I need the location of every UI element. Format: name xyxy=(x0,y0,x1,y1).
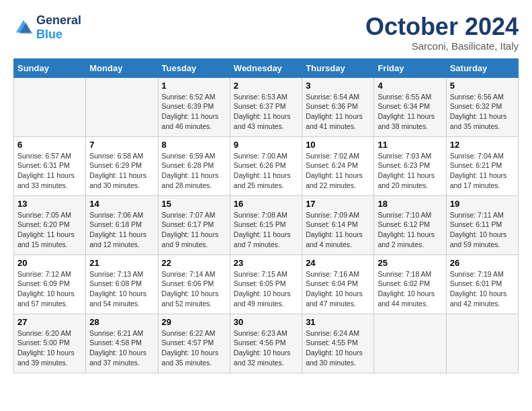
calendar-cell: 31Sunrise: 6:24 AM Sunset: 4:55 PM Dayli… xyxy=(302,314,374,373)
day-info: Sunrise: 7:10 AM Sunset: 6:12 PM Dayligh… xyxy=(378,210,442,250)
day-info: Sunrise: 6:56 AM Sunset: 6:32 PM Dayligh… xyxy=(450,92,515,132)
calendar-cell: 5Sunrise: 6:56 AM Sunset: 6:32 PM Daylig… xyxy=(446,77,518,136)
day-info: Sunrise: 6:23 AM Sunset: 4:56 PM Dayligh… xyxy=(234,328,298,368)
day-header-friday: Friday xyxy=(374,58,446,77)
day-number: 24 xyxy=(306,258,370,268)
day-info: Sunrise: 6:20 AM Sunset: 5:00 PM Dayligh… xyxy=(17,328,82,368)
day-number: 10 xyxy=(306,140,370,150)
calendar-cell: 13Sunrise: 7:05 AM Sunset: 6:20 PM Dayli… xyxy=(14,195,86,255)
day-header-wednesday: Wednesday xyxy=(230,58,302,77)
day-info: Sunrise: 7:07 AM Sunset: 6:17 PM Dayligh… xyxy=(162,210,226,250)
calendar-cell: 10Sunrise: 7:02 AM Sunset: 6:24 PM Dayli… xyxy=(302,136,374,195)
day-number: 20 xyxy=(17,258,82,268)
day-number: 17 xyxy=(306,199,370,209)
day-info: Sunrise: 6:57 AM Sunset: 6:31 PM Dayligh… xyxy=(17,151,82,191)
day-info: Sunrise: 7:03 AM Sunset: 6:23 PM Dayligh… xyxy=(378,151,442,191)
day-info: Sunrise: 6:59 AM Sunset: 6:28 PM Dayligh… xyxy=(162,151,226,191)
day-info: Sunrise: 6:54 AM Sunset: 6:36 PM Dayligh… xyxy=(306,92,370,132)
day-number: 4 xyxy=(378,81,442,91)
calendar-cell: 11Sunrise: 7:03 AM Sunset: 6:23 PM Dayli… xyxy=(374,136,446,195)
day-info: Sunrise: 6:53 AM Sunset: 6:37 PM Dayligh… xyxy=(234,92,298,132)
logo: General Blue xyxy=(13,13,81,42)
day-number: 19 xyxy=(450,199,515,209)
calendar-cell: 22Sunrise: 7:14 AM Sunset: 6:06 PM Dayli… xyxy=(158,255,230,314)
day-info: Sunrise: 7:14 AM Sunset: 6:06 PM Dayligh… xyxy=(162,269,226,309)
day-number: 31 xyxy=(306,317,370,327)
day-info: Sunrise: 7:02 AM Sunset: 6:24 PM Dayligh… xyxy=(306,151,370,191)
calendar-cell: 6Sunrise: 6:57 AM Sunset: 6:31 PM Daylig… xyxy=(14,136,86,195)
calendar-week-5: 27Sunrise: 6:20 AM Sunset: 5:00 PM Dayli… xyxy=(14,314,519,373)
calendar-cell: 27Sunrise: 6:20 AM Sunset: 5:00 PM Dayli… xyxy=(14,314,86,373)
day-number: 1 xyxy=(162,81,226,91)
calendar-table: SundayMondayTuesdayWednesdayThursdayFrid… xyxy=(13,58,519,373)
calendar-cell: 19Sunrise: 7:11 AM Sunset: 6:11 PM Dayli… xyxy=(446,195,518,255)
logo-icon xyxy=(13,17,34,38)
header-row: SundayMondayTuesdayWednesdayThursdayFrid… xyxy=(14,58,519,77)
day-header-sunday: Sunday xyxy=(14,58,86,77)
calendar-cell xyxy=(86,77,158,136)
day-number: 21 xyxy=(89,258,154,268)
calendar-cell: 2Sunrise: 6:53 AM Sunset: 6:37 PM Daylig… xyxy=(230,77,302,136)
day-number: 5 xyxy=(450,81,515,91)
calendar-cell: 7Sunrise: 6:58 AM Sunset: 6:29 PM Daylig… xyxy=(86,136,158,195)
calendar-body: 1Sunrise: 6:52 AM Sunset: 6:39 PM Daylig… xyxy=(14,77,519,373)
calendar-cell: 23Sunrise: 7:15 AM Sunset: 6:05 PM Dayli… xyxy=(230,255,302,314)
calendar-cell: 1Sunrise: 6:52 AM Sunset: 6:39 PM Daylig… xyxy=(158,77,230,136)
calendar-cell: 9Sunrise: 7:00 AM Sunset: 6:26 PM Daylig… xyxy=(230,136,302,195)
day-number: 25 xyxy=(378,258,442,268)
day-number: 30 xyxy=(234,317,298,327)
day-info: Sunrise: 6:22 AM Sunset: 4:57 PM Dayligh… xyxy=(162,328,226,368)
calendar-week-2: 6Sunrise: 6:57 AM Sunset: 6:31 PM Daylig… xyxy=(14,136,519,195)
page-header: General Blue October 2024 Sarconi, Basil… xyxy=(13,13,519,52)
calendar-cell: 18Sunrise: 7:10 AM Sunset: 6:12 PM Dayli… xyxy=(374,195,446,255)
calendar-cell: 24Sunrise: 7:16 AM Sunset: 6:04 PM Dayli… xyxy=(302,255,374,314)
calendar-week-4: 20Sunrise: 7:12 AM Sunset: 6:09 PM Dayli… xyxy=(14,255,519,314)
day-info: Sunrise: 7:00 AM Sunset: 6:26 PM Dayligh… xyxy=(234,151,298,191)
day-info: Sunrise: 7:13 AM Sunset: 6:08 PM Dayligh… xyxy=(89,269,154,309)
calendar-cell: 20Sunrise: 7:12 AM Sunset: 6:09 PM Dayli… xyxy=(14,255,86,314)
day-info: Sunrise: 7:09 AM Sunset: 6:14 PM Dayligh… xyxy=(306,210,370,250)
day-number: 8 xyxy=(162,140,226,150)
day-info: Sunrise: 7:16 AM Sunset: 6:04 PM Dayligh… xyxy=(306,269,370,309)
calendar-cell xyxy=(446,314,518,373)
calendar-cell: 4Sunrise: 6:55 AM Sunset: 6:34 PM Daylig… xyxy=(374,77,446,136)
day-number: 27 xyxy=(17,317,82,327)
logo-text: General Blue xyxy=(36,13,81,42)
day-info: Sunrise: 7:04 AM Sunset: 6:21 PM Dayligh… xyxy=(450,151,515,191)
day-info: Sunrise: 6:24 AM Sunset: 4:55 PM Dayligh… xyxy=(306,328,370,368)
day-info: Sunrise: 6:55 AM Sunset: 6:34 PM Dayligh… xyxy=(378,92,442,132)
day-number: 16 xyxy=(234,199,298,209)
day-info: Sunrise: 7:05 AM Sunset: 6:20 PM Dayligh… xyxy=(17,210,82,250)
day-number: 18 xyxy=(378,199,442,209)
day-info: Sunrise: 7:19 AM Sunset: 6:01 PM Dayligh… xyxy=(450,269,515,309)
calendar-week-1: 1Sunrise: 6:52 AM Sunset: 6:39 PM Daylig… xyxy=(14,77,519,136)
day-number: 26 xyxy=(450,258,515,268)
day-number: 9 xyxy=(234,140,298,150)
day-number: 2 xyxy=(234,81,298,91)
calendar-cell: 28Sunrise: 6:21 AM Sunset: 4:58 PM Dayli… xyxy=(86,314,158,373)
location-subtitle: Sarconi, Basilicate, Italy xyxy=(365,40,519,52)
calendar-cell: 25Sunrise: 7:18 AM Sunset: 6:02 PM Dayli… xyxy=(374,255,446,314)
calendar-cell: 21Sunrise: 7:13 AM Sunset: 6:08 PM Dayli… xyxy=(86,255,158,314)
day-header-thursday: Thursday xyxy=(302,58,374,77)
calendar-cell: 8Sunrise: 6:59 AM Sunset: 6:28 PM Daylig… xyxy=(158,136,230,195)
calendar-cell: 16Sunrise: 7:08 AM Sunset: 6:15 PM Dayli… xyxy=(230,195,302,255)
day-header-tuesday: Tuesday xyxy=(158,58,230,77)
calendar-cell: 15Sunrise: 7:07 AM Sunset: 6:17 PM Dayli… xyxy=(158,195,230,255)
calendar-cell: 12Sunrise: 7:04 AM Sunset: 6:21 PM Dayli… xyxy=(446,136,518,195)
day-info: Sunrise: 7:08 AM Sunset: 6:15 PM Dayligh… xyxy=(234,210,298,250)
day-info: Sunrise: 7:15 AM Sunset: 6:05 PM Dayligh… xyxy=(234,269,298,309)
calendar-cell: 30Sunrise: 6:23 AM Sunset: 4:56 PM Dayli… xyxy=(230,314,302,373)
calendar-week-3: 13Sunrise: 7:05 AM Sunset: 6:20 PM Dayli… xyxy=(14,195,519,255)
day-info: Sunrise: 7:18 AM Sunset: 6:02 PM Dayligh… xyxy=(378,269,442,309)
day-number: 12 xyxy=(450,140,515,150)
day-number: 29 xyxy=(162,317,226,327)
day-number: 11 xyxy=(378,140,442,150)
calendar-cell xyxy=(14,77,86,136)
day-header-monday: Monday xyxy=(86,58,158,77)
day-header-saturday: Saturday xyxy=(446,58,518,77)
day-number: 14 xyxy=(89,199,154,209)
day-number: 22 xyxy=(162,258,226,268)
calendar-cell: 14Sunrise: 7:06 AM Sunset: 6:18 PM Dayli… xyxy=(86,195,158,255)
calendar-cell: 17Sunrise: 7:09 AM Sunset: 6:14 PM Dayli… xyxy=(302,195,374,255)
